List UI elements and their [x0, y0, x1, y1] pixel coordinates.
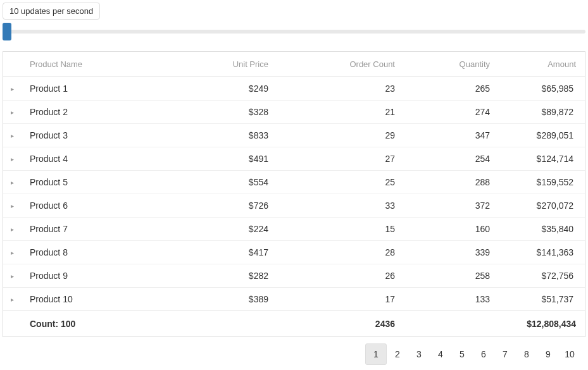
cell-product: Product 9	[21, 264, 198, 287]
page-button-5[interactable]: 5	[451, 343, 473, 365]
cell-orders: 17	[277, 288, 404, 311]
cell-price: $833	[198, 124, 277, 147]
summary-orders: 2436	[277, 311, 404, 336]
cell-product: Product 4	[21, 147, 198, 170]
summary-price-empty	[198, 311, 277, 336]
pagination: 12345678910	[3, 337, 585, 367]
table-row: ▸Product 1$24923265$65,985	[3, 77, 585, 101]
page-button-7[interactable]: 7	[494, 343, 516, 365]
header-orders[interactable]: Order Count	[277, 52, 404, 77]
cell-product: Product 3	[21, 124, 198, 147]
cell-orders: 26	[277, 264, 404, 287]
chevron-right-icon: ▸	[11, 249, 14, 256]
summary-amount: $12,808,434	[499, 311, 585, 336]
cell-amount: $72,756	[499, 264, 585, 287]
cell-price: $491	[198, 147, 277, 170]
expand-toggle[interactable]: ▸	[3, 77, 21, 100]
cell-quantity: 274	[404, 101, 499, 123]
cell-product: Product 2	[21, 101, 198, 123]
cell-price: $389	[198, 288, 277, 311]
expand-toggle[interactable]: ▸	[3, 101, 21, 123]
cell-product: Product 6	[21, 194, 198, 217]
chevron-right-icon: ▸	[11, 85, 14, 92]
cell-price: $328	[198, 101, 277, 123]
cell-amount: $141,363	[499, 241, 585, 264]
cell-quantity: 339	[404, 241, 499, 264]
page-button-3[interactable]: 3	[408, 343, 430, 365]
cell-product: Product 8	[21, 241, 198, 264]
page-button-9[interactable]: 9	[537, 343, 559, 365]
cell-orders: 29	[277, 124, 404, 147]
summary-qty-empty	[404, 311, 499, 336]
cell-amount: $89,872	[499, 101, 585, 123]
cell-quantity: 347	[404, 124, 499, 147]
page-button-6[interactable]: 6	[473, 343, 494, 365]
cell-amount: $124,714	[499, 147, 585, 170]
table-row: ▸Product 3$83329347$289,051	[3, 124, 585, 147]
page-button-4[interactable]: 4	[430, 343, 451, 365]
table-row: ▸Product 4$49127254$124,714	[3, 147, 585, 171]
cell-price: $417	[198, 241, 277, 264]
summary-spacer	[3, 311, 21, 336]
cell-orders: 27	[277, 147, 404, 170]
table-row: ▸Product 5$55425288$159,552	[3, 171, 585, 194]
page-button-1[interactable]: 1	[365, 343, 387, 365]
grid-header: Product Name Unit Price Order Count Quan…	[3, 52, 585, 77]
cell-amount: $159,552	[499, 171, 585, 194]
cell-quantity: 160	[404, 218, 499, 240]
cell-orders: 33	[277, 194, 404, 217]
cell-orders: 25	[277, 171, 404, 194]
header-quantity[interactable]: Quantity	[404, 52, 499, 77]
table-row: ▸Product 10$38917133$51,737	[3, 288, 585, 311]
cell-quantity: 288	[404, 171, 499, 194]
summary-count: Count: 100	[21, 311, 198, 336]
expand-toggle[interactable]: ▸	[3, 264, 21, 287]
expand-toggle[interactable]: ▸	[3, 171, 21, 194]
chevron-right-icon: ▸	[11, 109, 14, 116]
expand-toggle[interactable]: ▸	[3, 124, 21, 147]
cell-amount: $289,051	[499, 124, 585, 147]
chevron-right-icon: ▸	[11, 296, 14, 303]
cell-price: $282	[198, 264, 277, 287]
data-grid: Product Name Unit Price Order Count Quan…	[3, 51, 585, 337]
table-row: ▸Product 6$72633372$270,072	[3, 194, 585, 218]
chevron-right-icon: ▸	[11, 273, 14, 280]
cell-quantity: 254	[404, 147, 499, 170]
header-expand-spacer	[3, 52, 21, 77]
header-amount[interactable]: Amount	[499, 52, 585, 77]
table-row: ▸Product 2$32821274$89,872	[3, 101, 585, 124]
cell-amount: $65,985	[499, 77, 585, 100]
expand-toggle[interactable]: ▸	[3, 241, 21, 264]
expand-toggle[interactable]: ▸	[3, 147, 21, 170]
page-button-8[interactable]: 8	[516, 343, 537, 365]
header-price[interactable]: Unit Price	[198, 52, 277, 77]
chevron-right-icon: ▸	[11, 156, 14, 163]
cell-amount: $51,737	[499, 288, 585, 311]
chevron-right-icon: ▸	[11, 179, 14, 186]
cell-amount: $35,840	[499, 218, 585, 240]
page-button-10[interactable]: 10	[559, 343, 580, 365]
cell-price: $726	[198, 194, 277, 217]
cell-price: $554	[198, 171, 277, 194]
table-row: ▸Product 7$22415160$35,840	[3, 218, 585, 241]
cell-product: Product 7	[21, 218, 198, 240]
expand-toggle[interactable]: ▸	[3, 194, 21, 217]
cell-quantity: 258	[404, 264, 499, 287]
slider-thumb[interactable]	[3, 23, 11, 40]
cell-price: $249	[198, 77, 277, 100]
cell-product: Product 5	[21, 171, 198, 194]
page-button-2[interactable]: 2	[387, 343, 408, 365]
cell-quantity: 265	[404, 77, 499, 100]
cell-orders: 23	[277, 77, 404, 100]
cell-quantity: 133	[404, 288, 499, 311]
cell-price: $224	[198, 218, 277, 240]
expand-toggle[interactable]: ▸	[3, 218, 21, 240]
cell-product: Product 10	[21, 288, 198, 311]
expand-toggle[interactable]: ▸	[3, 288, 21, 311]
header-product[interactable]: Product Name	[21, 52, 198, 77]
cell-orders: 21	[277, 101, 404, 123]
table-row: ▸Product 8$41728339$141,363	[3, 241, 585, 264]
cell-amount: $270,072	[499, 194, 585, 217]
slider-track[interactable]	[3, 30, 585, 34]
cell-orders: 28	[277, 241, 404, 264]
